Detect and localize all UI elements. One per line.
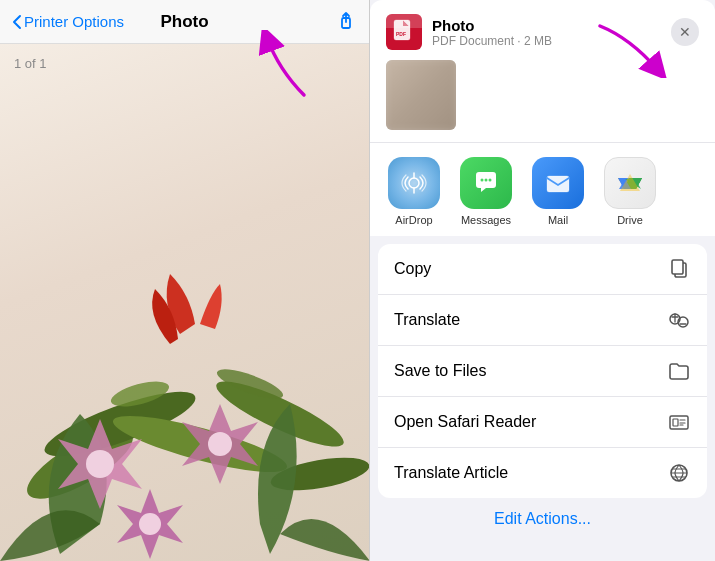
translate-icon [667,308,691,332]
drive-icon [604,157,656,209]
svg-point-20 [489,179,492,182]
photo-content [0,44,369,561]
svg-point-19 [485,179,488,182]
share-sheet-header: PDF Photo PDF Document · 2 MB ✕ [370,0,715,60]
messages-label: Messages [461,214,511,226]
back-label: Printer Options [24,13,124,30]
back-button[interactable]: Printer Options [12,13,124,30]
save-to-files-action[interactable]: Save to Files [378,346,707,397]
folder-icon [667,359,691,383]
airdrop-icon [388,157,440,209]
svg-point-11 [139,513,161,535]
drive-app[interactable]: Drive [594,157,666,226]
share-title-info: Photo PDF Document · 2 MB [432,17,671,48]
svg-rect-14 [394,20,410,40]
reader-icon [667,410,691,434]
edit-actions-link[interactable]: Edit Actions... [494,510,591,527]
svg-point-7 [86,450,114,478]
share-header-top: PDF Photo PDF Document · 2 MB ✕ [386,14,699,50]
svg-rect-30 [673,419,678,426]
copy-label: Copy [394,260,431,278]
doc-icon: PDF [386,14,422,50]
svg-point-9 [208,432,232,456]
svg-rect-26 [672,260,683,274]
close-icon: ✕ [679,24,691,40]
open-safari-reader-action[interactable]: Open Safari Reader [378,397,707,448]
share-doc-name: Photo [432,17,671,34]
translate-article-action[interactable]: Translate Article [378,448,707,498]
share-button[interactable] [335,9,357,35]
translate-action[interactable]: Translate [378,295,707,346]
open-safari-reader-label: Open Safari Reader [394,413,536,431]
mail-app[interactable]: Mail [522,157,594,226]
translate-label: Translate [394,311,460,329]
copy-icon [667,257,691,281]
messages-app[interactable]: Messages [450,157,522,226]
left-panel: Printer Options Photo 1 of 1 [0,0,370,561]
left-title: Photo [160,12,208,32]
right-panel: PDF Photo PDF Document · 2 MB ✕ [370,0,715,561]
close-button[interactable]: ✕ [671,18,699,46]
mail-label: Mail [548,214,568,226]
messages-icon [460,157,512,209]
edit-actions-section[interactable]: Edit Actions... [370,498,715,540]
flower-background [0,44,369,561]
page-indicator: 1 of 1 [14,56,47,71]
svg-point-18 [481,179,484,182]
globe-icon [667,461,691,485]
copy-action[interactable]: Copy [378,244,707,295]
svg-point-17 [409,178,419,188]
share-doc-subtitle: PDF Document · 2 MB [432,34,671,48]
mail-icon [532,157,584,209]
save-to-files-label: Save to Files [394,362,486,380]
arrow-indicator-left [249,30,319,104]
airdrop-label: AirDrop [395,214,432,226]
svg-text:PDF: PDF [396,31,406,37]
drive-label: Drive [617,214,643,226]
app-share-row: AirDrop Messages [370,142,715,236]
share-preview-area [370,60,715,142]
translate-article-label: Translate Article [394,464,508,482]
action-list: Copy Translate Save to Files [378,244,707,498]
airdrop-app[interactable]: AirDrop [378,157,450,226]
app-icons-list: AirDrop Messages [370,157,715,226]
preview-image [386,60,456,130]
